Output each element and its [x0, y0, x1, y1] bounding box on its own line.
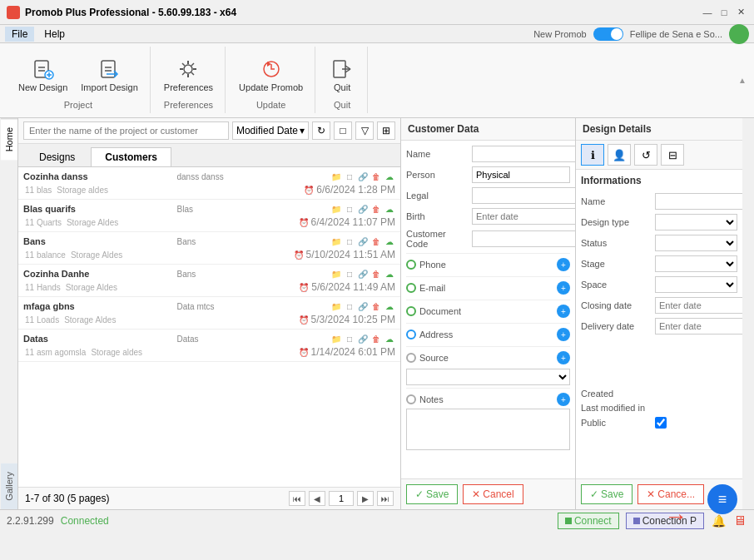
folder-icon[interactable]: 📁: [330, 268, 342, 280]
stage-select[interactable]: [655, 255, 737, 272]
source-select[interactable]: [406, 369, 570, 385]
phone-add-button[interactable]: +: [557, 258, 570, 271]
link-icon[interactable]: 🔗: [357, 268, 369, 280]
legal-input[interactable]: [472, 187, 575, 204]
folder-icon[interactable]: 📁: [330, 203, 342, 215]
copy-icon[interactable]: □: [344, 333, 355, 344]
email-section[interactable]: E-mail +: [406, 276, 570, 297]
first-page-button[interactable]: ⏮: [289, 491, 305, 506]
folder-icon[interactable]: 📁: [330, 333, 342, 344]
customer-cancel-button[interactable]: ✕ Cancel: [463, 484, 523, 504]
person-select[interactable]: Physical Legal: [472, 166, 570, 183]
close-button[interactable]: ✕: [734, 6, 747, 19]
list-item[interactable]: Cozinha danss danss danss 📁 □ 🔗 🗑 ☁ 11 b…: [18, 167, 400, 200]
phone-section[interactable]: Phone +: [406, 253, 570, 274]
monitor-icon[interactable]: 🖥: [732, 513, 747, 528]
design-type-select[interactable]: [655, 214, 737, 230]
design-tool-info[interactable]: ℹ: [581, 144, 604, 166]
cloud-icon[interactable]: ☁: [384, 203, 395, 215]
birth-input[interactable]: [472, 208, 575, 225]
quit-button[interactable]: Quit: [324, 54, 360, 96]
link-icon[interactable]: 🔗: [357, 300, 369, 312]
copy-icon[interactable]: □: [344, 235, 355, 247]
folder-icon[interactable]: 📁: [330, 171, 342, 182]
public-checkbox[interactable]: [655, 417, 667, 429]
design-name-input[interactable]: [655, 193, 742, 210]
design-cancel-button[interactable]: ✕ Cance...: [637, 484, 704, 504]
link-icon[interactable]: 🔗: [357, 235, 369, 247]
toolbar-scroll[interactable]: ▲: [737, 47, 747, 113]
document-section[interactable]: Document +: [406, 300, 570, 320]
view-button[interactable]: ⊞: [377, 121, 395, 140]
new-promob-toggle[interactable]: [593, 27, 623, 41]
sidebar-item-home[interactable]: Home: [1, 118, 17, 160]
source-section[interactable]: Source +: [406, 346, 570, 367]
copy-icon[interactable]: □: [344, 268, 355, 280]
tab-customers[interactable]: Customers: [91, 147, 171, 166]
list-item[interactable]: mfaga gbns Data mtcs 📁 □ 🔗 🗑 ☁ 11 Loads …: [18, 297, 400, 330]
maximize-button[interactable]: □: [717, 6, 731, 19]
customer-code-input[interactable]: [472, 230, 575, 247]
chat-bubble-button[interactable]: ≡: [707, 484, 737, 514]
folder-icon[interactable]: 📁: [330, 300, 342, 312]
toggle-track[interactable]: [593, 27, 623, 41]
design-tool-person[interactable]: 👤: [608, 144, 631, 166]
copy-icon[interactable]: □: [344, 171, 355, 182]
source-add-button[interactable]: +: [557, 351, 570, 364]
link-icon[interactable]: 🔗: [357, 203, 369, 215]
address-section[interactable]: Address +: [406, 323, 570, 344]
sidebar-item-gallery[interactable]: Gallery: [1, 463, 17, 509]
tab-designs[interactable]: Designs: [25, 147, 89, 166]
list-item[interactable]: Bans Bans 📁 □ 🔗 🗑 ☁ 11 balance Storage A…: [18, 232, 400, 265]
connection-p-button[interactable]: Conection P: [626, 513, 704, 529]
email-add-button[interactable]: +: [557, 281, 570, 295]
name-input[interactable]: [472, 146, 575, 162]
link-icon[interactable]: 🔗: [357, 171, 369, 182]
design-tool-table[interactable]: ⊟: [661, 144, 684, 166]
space-select[interactable]: [655, 276, 737, 293]
cloud-icon[interactable]: ☁: [384, 235, 395, 247]
trash-icon[interactable]: 🗑: [370, 268, 382, 280]
address-add-button[interactable]: +: [557, 328, 570, 341]
notes-textarea[interactable]: [406, 409, 570, 450]
cloud-icon[interactable]: ☁: [384, 333, 395, 344]
status-select[interactable]: [655, 235, 737, 251]
import-design-button[interactable]: Import Design: [76, 54, 142, 96]
design-tool-refresh[interactable]: ↺: [634, 144, 657, 166]
next-page-button[interactable]: ▶: [357, 491, 374, 506]
trash-icon[interactable]: 🗑: [370, 333, 382, 344]
page-input[interactable]: 1: [329, 491, 354, 506]
notes-add-button[interactable]: +: [557, 393, 570, 406]
list-item[interactable]: Cozinha Danhe Bans 📁 □ 🔗 🗑 ☁ 11 Hands St…: [18, 265, 400, 297]
refresh-button[interactable]: ↻: [312, 121, 330, 140]
cloud-icon[interactable]: ☁: [384, 268, 395, 280]
prev-page-button[interactable]: ◀: [309, 491, 325, 506]
last-page-button[interactable]: ⏭: [377, 491, 394, 506]
cloud-icon[interactable]: ☁: [384, 171, 395, 182]
copy-icon[interactable]: □: [344, 203, 355, 215]
closing-date-input[interactable]: [655, 297, 742, 314]
filter-button[interactable]: ▽: [355, 121, 374, 140]
folder-icon[interactable]: 📁: [330, 235, 342, 247]
trash-icon[interactable]: 🗑: [370, 300, 382, 312]
customer-save-button[interactable]: ✓ Save: [406, 484, 458, 504]
document-add-button[interactable]: +: [557, 305, 570, 318]
list-item[interactable]: Blas quarifs Blas 📁 □ 🔗 🗑 ☁ 11 Quarts St…: [18, 200, 400, 232]
delete-button[interactable]: □: [334, 121, 352, 140]
notes-section[interactable]: Notes +: [406, 388, 570, 409]
preferences-button[interactable]: Preferences: [159, 54, 218, 96]
update-promob-button[interactable]: Update Promob: [234, 54, 308, 96]
delivery-date-input[interactable]: [655, 318, 742, 335]
cloud-icon[interactable]: ☁: [384, 300, 395, 312]
trash-icon[interactable]: 🗑: [370, 171, 382, 182]
trash-icon[interactable]: 🗑: [370, 235, 382, 247]
new-design-button[interactable]: New Design: [13, 54, 72, 96]
bell-icon[interactable]: 🔔: [711, 513, 726, 528]
sort-select[interactable]: Modified Date ▾: [232, 121, 309, 140]
trash-icon[interactable]: 🗑: [370, 203, 382, 215]
list-item[interactable]: Datas Datas 📁 □ 🔗 🗑 ☁ 11 asm agomsla Sto…: [18, 330, 400, 362]
search-input[interactable]: [23, 121, 229, 140]
copy-icon[interactable]: □: [344, 300, 355, 312]
menu-file[interactable]: File: [5, 27, 34, 42]
design-save-button[interactable]: ✓ Save: [581, 484, 632, 504]
